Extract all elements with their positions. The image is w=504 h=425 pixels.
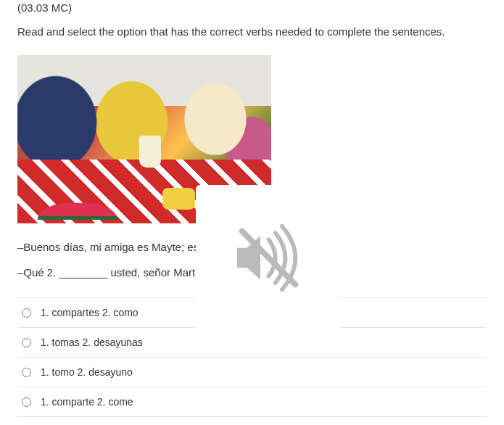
mute-overlay[interactable]	[196, 185, 341, 330]
corn-shape	[162, 188, 195, 210]
option-2-label: 1. tomas 2. desayunas	[41, 337, 143, 348]
speaker-muted-icon	[227, 216, 310, 300]
question-meta: (03.03 MC)	[17, 1, 487, 14]
option-3[interactable]: 1. tomo 2. desayuno	[17, 358, 487, 387]
option-4[interactable]: 1. comparte 2. come	[17, 387, 487, 417]
option-2[interactable]: 1. tomas 2. desayunas	[17, 328, 487, 358]
option-1-radio[interactable]	[22, 308, 31, 318]
jug-shape	[139, 136, 161, 168]
melon-shape	[38, 202, 117, 220]
option-2-radio[interactable]	[22, 338, 31, 347]
option-1-label: 1. compartes 2. como	[41, 307, 139, 318]
option-3-radio[interactable]	[22, 368, 31, 377]
option-4-radio[interactable]	[22, 397, 31, 407]
option-4-label: 1. comparte 2. come	[41, 396, 133, 408]
question-prompt: Read and select the option that has the …	[17, 24, 487, 39]
option-3-label: 1. tomo 2. desayuno	[41, 366, 133, 378]
sentence-1-pre: –Buenos días, mi amiga es Mayte; e	[17, 241, 194, 253]
